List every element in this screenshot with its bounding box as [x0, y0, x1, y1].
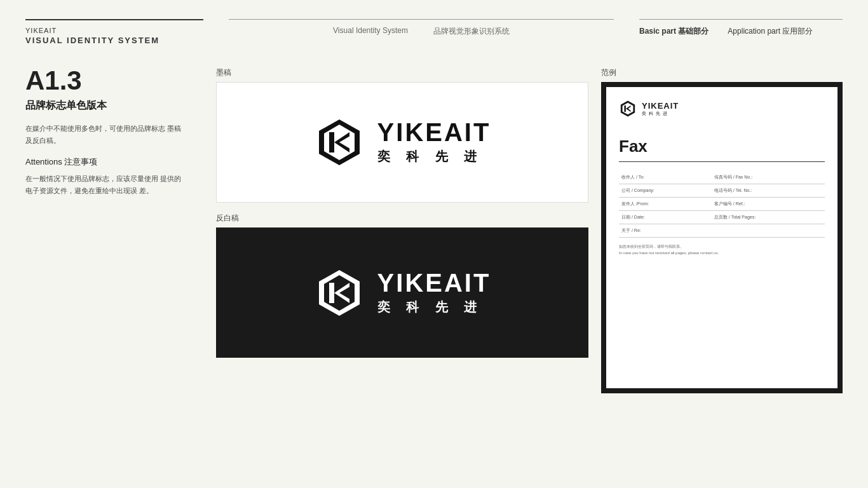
nav-right-application[interactable]: Application part 应用部分 [728, 26, 813, 37]
section-number: A1.3 [25, 67, 184, 94]
fax-row-3: 发件人 /From: 客户编号 / Ref.: [619, 198, 825, 211]
logo-dark-version: YIKEAIT 奕 科 先 进 [314, 117, 491, 168]
fax-row-1: 收件人 / To: 传真号码 / Fax No.: [619, 171, 825, 184]
fax-logo-en: YIKEAIT [642, 101, 679, 111]
fax-logo-text: YIKEAIT 奕 科 先 进 [642, 101, 679, 117]
fax-row-4: 日期 / Date: 总页数 / Total Pages: [619, 211, 825, 224]
logo-light-version: YIKEAIT 奕 科 先 进 [314, 268, 491, 318]
sample-label-1: 墨稿 [216, 67, 588, 78]
logo-cn-dark: 奕 科 先 进 [377, 148, 491, 165]
fax-cell-4-left: 日期 / Date: [619, 211, 712, 224]
fax-cell-2-left: 公司 / Company: [619, 184, 712, 198]
attention-title: Attentions 注意事项 [25, 156, 184, 168]
company-name: YIKEAIT [25, 27, 203, 34]
page-header: YIKEAIT VISUAL IDENTITY SYSTEM Visual Id… [0, 0, 868, 55]
fax-logo-cn: 奕 科 先 进 [642, 111, 679, 117]
svg-rect-9 [345, 290, 349, 296]
preview-label: 范例 [601, 67, 843, 78]
fax-cell-1-right: 传真号码 / Fax No.: [712, 171, 825, 184]
center-panel: 墨稿 YIKEAIT 奕 科 先 进 [203, 67, 601, 476]
fax-logo-area: YIKEAIT 奕 科 先 进 [619, 100, 825, 118]
logo-icon-light [314, 268, 365, 318]
company-subtitle: VISUAL IDENTITY SYSTEM [25, 36, 203, 45]
svg-rect-4 [345, 139, 349, 146]
svg-rect-12 [624, 105, 626, 112]
logo-icon-dark [314, 117, 365, 168]
svg-rect-2 [329, 132, 334, 152]
logo-text-light: YIKEAIT 奕 科 先 进 [377, 270, 491, 316]
fax-logo-icon [619, 100, 637, 118]
svg-rect-7 [329, 283, 334, 303]
nav-center-1: Visual Identity System [333, 26, 408, 35]
sample-label-2: 反白稿 [216, 213, 588, 224]
header-nav-right: Basic part 基础部分 Application part 应用部分 [639, 19, 843, 37]
header-nav-center: Visual Identity System 品牌视觉形象识别系统 [229, 19, 614, 37]
logo-en-light: YIKEAIT [377, 270, 491, 295]
left-panel: A1.3 品牌标志单色版本 在媒介中不能使用多色时，可使用的品牌标志 墨稿及反白… [25, 67, 203, 476]
logo-cn-light: 奕 科 先 进 [377, 299, 491, 316]
fax-title: Fax [619, 137, 825, 162]
right-panel: 范例 YIKEAIT 奕 科 先 进 [601, 67, 843, 476]
fax-row-2: 公司 / Company: 电话号码 / Tel. No.: [619, 184, 825, 198]
header-logo-area: YIKEAIT VISUAL IDENTITY SYSTEM [25, 19, 203, 45]
fax-cell-3-right: 客户编号 / Ref.: [712, 198, 825, 211]
fax-note: 如您未收到全部页码，请即与我联系。 In case you have not r… [619, 244, 825, 256]
fax-cell-1-left: 收件人 / To: [619, 171, 712, 184]
logo-box-black: YIKEAIT 奕 科 先 进 [216, 227, 588, 358]
sample-mao-section: 墨稿 YIKEAIT 奕 科 先 进 [216, 67, 588, 203]
fax-row-5: 关于 / Re: [619, 224, 825, 238]
fax-inner: YIKEAIT 奕 科 先 进 Fax 收件人 / To: 传真号码 / Fax… [619, 100, 825, 381]
section-title: 品牌标志单色版本 [25, 99, 184, 112]
fax-cell-3-left: 发件人 /From: [619, 198, 712, 211]
sample-fanbaigao-section: 反白稿 YIKEAIT 奕 科 先 进 [216, 213, 588, 358]
fax-cell-2-right: 电话号码 / Tel. No.: [712, 184, 825, 198]
section-desc: 在媒介中不能使用多色时，可使用的品牌标志 墨稿及反白稿。 [25, 123, 184, 146]
svg-rect-14 [630, 108, 631, 110]
logo-en-dark: YIKEAIT [377, 119, 491, 145]
fax-preview: YIKEAIT 奕 科 先 进 Fax 收件人 / To: 传真号码 / Fax… [601, 82, 843, 393]
fax-cell-5-right [712, 224, 825, 238]
fax-table: 收件人 / To: 传真号码 / Fax No.: 公司 / Company: … [619, 171, 825, 238]
nav-right-basic[interactable]: Basic part 基础部分 [639, 26, 709, 37]
attention-desc: 在一般情况下使用品牌标志，应该尽量使用 提供的电子资源文件，避免在重绘中出现误 … [25, 173, 184, 196]
nav-center-2: 品牌视觉形象识别系统 [433, 26, 510, 37]
fax-cell-5-left: 关于 / Re: [619, 224, 712, 238]
logo-text-dark: YIKEAIT 奕 科 先 进 [377, 119, 491, 165]
logo-box-white: YIKEAIT 奕 科 先 进 [216, 82, 588, 203]
main-content: A1.3 品牌标志单色版本 在媒介中不能使用多色时，可使用的品牌标志 墨稿及反白… [0, 55, 868, 488]
fax-cell-4-right: 总页数 / Total Pages: [712, 211, 825, 224]
